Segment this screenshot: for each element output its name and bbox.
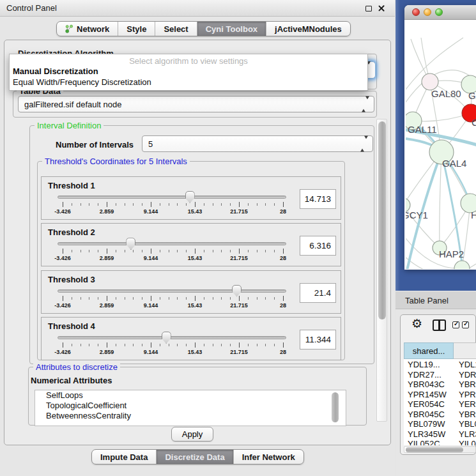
cell-shared-name[interactable]: YDL19...: [404, 360, 454, 370]
gear-icon[interactable]: ⚙: [411, 317, 422, 331]
network-window-titlebar[interactable]: [404, 5, 476, 20]
slider-tick: [81, 297, 81, 300]
dropdown-option-manual-discretization[interactable]: Manual Discretization: [10, 66, 367, 77]
minimize-traffic-light-icon[interactable]: [424, 8, 431, 16]
table-data-combo[interactable]: galFiltered.sif default node: [18, 96, 374, 112]
slider-track[interactable]: [58, 336, 286, 339]
slider-tick: [274, 203, 275, 206]
node-label-ga: GA: [468, 90, 476, 101]
cell-shared-name[interactable]: YLR345W: [404, 429, 454, 440]
numerical-attributes-list[interactable]: SelfLoopsTopologicalCoefficientBetweenne…: [35, 390, 346, 426]
cell-shared-name[interactable]: YBL079W: [404, 419, 454, 429]
cell-name[interactable]: YPR1: [454, 390, 476, 400]
table-row[interactable]: YPR145WYPR1: [404, 390, 476, 400]
slider-track[interactable]: [58, 242, 286, 245]
number-of-intervals-combo[interactable]: 5: [142, 135, 373, 152]
tab-cyni-toolbox[interactable]: Cyni Toolbox: [197, 22, 266, 36]
table-row[interactable]: YDR27...YDR2: [404, 370, 476, 380]
slider-tick: [213, 250, 213, 252]
slider-thumb[interactable]: [162, 332, 171, 344]
slider-tick: [221, 297, 222, 300]
slider-thumb[interactable]: [232, 285, 242, 297]
slider-tick: [265, 203, 266, 206]
tab-label: Style: [127, 24, 146, 34]
slider-tick: [257, 250, 257, 252]
table-row[interactable]: YBR045CYBR0: [404, 410, 476, 420]
slider-track[interactable]: [58, 289, 286, 293]
cell-name[interactable]: YDL1: [454, 360, 476, 370]
threshold-value-field[interactable]: 6.316: [300, 236, 336, 256]
cell-name[interactable]: YIL0: [454, 439, 476, 445]
close-icon[interactable]: [378, 4, 385, 12]
table-row[interactable]: YER054CYER0: [404, 399, 476, 410]
threshold-row-2: Threshold 2-3.4262.8599.14415.4321.71528…: [41, 223, 341, 266]
cell-name[interactable]: YER0: [454, 399, 476, 410]
tab-jactivemnodules[interactable]: jActiveMNodules: [266, 22, 350, 36]
threshold-label: Threshold 1: [48, 181, 95, 190]
cell-shared-name[interactable]: YDR27...: [404, 370, 454, 380]
slider-tick: [169, 297, 169, 300]
checkbox-icon[interactable]: [462, 321, 469, 328]
dropdown-option-equal-width-frequency-discretization[interactable]: Equal Width/Frequency Discretization: [10, 77, 367, 88]
slider-thumb[interactable]: [185, 191, 195, 203]
tab-discretize-data[interactable]: Discretize Data: [156, 450, 233, 464]
tab-network[interactable]: Network: [57, 22, 118, 36]
tick-label: 21.715: [230, 302, 248, 309]
tab-style[interactable]: Style: [118, 22, 155, 36]
cell-name[interactable]: YBR0: [454, 410, 476, 420]
tab-select[interactable]: Select: [155, 22, 196, 36]
cell-shared-name[interactable]: YPR145W: [404, 390, 454, 400]
cell-shared-name[interactable]: YER054C: [404, 399, 454, 410]
cell-shared-name[interactable]: YBR043C: [404, 380, 454, 390]
column-header-name[interactable]: name: [454, 342, 476, 359]
tab-infer-network[interactable]: Infer Network: [233, 450, 303, 464]
table-row[interactable]: YIL052CYIL0: [404, 439, 476, 445]
table-hscrollbar-thumb[interactable]: [406, 447, 463, 452]
slider-tick: [116, 344, 116, 346]
zoom-traffic-light-icon[interactable]: [435, 8, 443, 16]
close-traffic-light-icon[interactable]: [412, 8, 420, 16]
slider-tick: [169, 203, 169, 206]
cell-name[interactable]: YBL0: [454, 419, 476, 429]
cell-name[interactable]: YBR0: [454, 380, 476, 390]
float-window-icon[interactable]: [365, 6, 372, 12]
table-row[interactable]: YBL079WYBL0: [404, 419, 476, 429]
cell-name[interactable]: YDR2: [454, 370, 476, 380]
checkbox-icon[interactable]: [452, 321, 459, 328]
cell-name[interactable]: YLR3: [454, 429, 476, 440]
attribute-item-betweennesscentrality[interactable]: BetweennessCentrality: [35, 411, 346, 421]
threshold-value-field[interactable]: 11.344: [300, 330, 336, 349]
split-columns-icon[interactable]: [433, 319, 446, 331]
slider-tick: [98, 297, 98, 300]
slider-tick: [151, 249, 151, 254]
table-row[interactable]: YDL19...YDL1: [404, 360, 476, 370]
attribute-item-topologicalcoefficient[interactable]: TopologicalCoefficient: [35, 401, 346, 411]
algorithm-dropdown-popup: Select algorithm to view settings Manual…: [9, 54, 368, 91]
cell-shared-name[interactable]: YIL052C: [404, 439, 454, 445]
tick-label: 28: [280, 208, 286, 215]
slider-tick: [151, 342, 151, 348]
slider-tick: [186, 250, 187, 252]
slider-tick: [204, 344, 204, 346]
table-row[interactable]: YLR345WYLR3: [404, 429, 476, 440]
list-scrollbar-thumb[interactable]: [332, 392, 339, 422]
tick-label: -3.426: [54, 208, 71, 215]
threshold-value-field[interactable]: 21.4: [300, 283, 336, 303]
slider-tick: [248, 203, 249, 206]
attribute-item-selfloops[interactable]: SelfLoops: [35, 390, 346, 401]
network-canvas[interactable]: GAL80GACGAL11GAL4GCY1HHAP2: [406, 20, 476, 269]
slider-thumb[interactable]: [126, 238, 135, 250]
panel-scrollbar-thumb[interactable]: [378, 121, 386, 319]
slider-tick: [133, 344, 134, 346]
tab-label: Impute Data: [100, 452, 148, 462]
network-node[interactable]: [454, 261, 470, 269]
apply-button[interactable]: Apply: [171, 427, 213, 441]
tab-impute-data[interactable]: Impute Data: [92, 450, 156, 464]
table-row[interactable]: YBR043CYBR0: [404, 380, 476, 390]
threshold-value-field[interactable]: 14.713: [300, 189, 336, 209]
slider-track[interactable]: [58, 196, 286, 199]
column-header-shared[interactable]: shared...: [404, 342, 454, 359]
slider-tick: [72, 250, 72, 252]
cell-shared-name[interactable]: YBR045C: [404, 410, 454, 420]
slider-tick: [213, 203, 213, 206]
